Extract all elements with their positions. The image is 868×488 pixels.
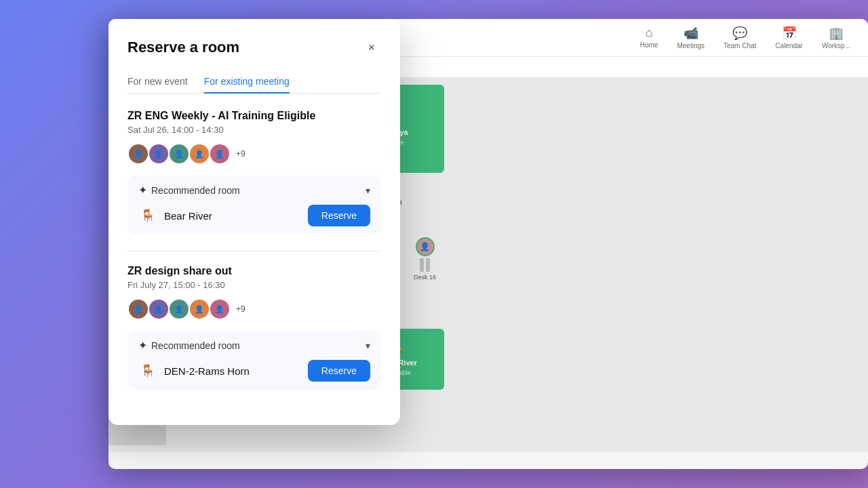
avatar-count-2: +9	[236, 304, 245, 314]
room-chair-icon-1: 🪑	[138, 206, 157, 225]
meeting-2-time: Fri July 27, 15:00 - 16:30	[127, 280, 381, 290]
meeting-2-title: ZR design share out	[127, 265, 381, 277]
nav-meetings[interactable]: 📹 Meetings	[667, 23, 714, 52]
meetings-icon: 📹	[684, 26, 698, 41]
recommended-section-1: ✦ Recommended room ▾ 🪑 Bear River Reserv…	[127, 176, 381, 235]
room-row-1: 🪑 Bear River Reserve	[138, 205, 370, 226]
avatar-2-3: 👤	[168, 298, 190, 320]
nav-teamchat-label: Team Chat	[724, 42, 756, 49]
room-row-2: 🪑 DEN-2-Rams Horn Reserve	[138, 360, 370, 382]
reserve-button-1[interactable]: Reserve	[308, 205, 370, 226]
meeting-1-avatars: 👤 👤 👤 👤 👤 +9	[127, 143, 381, 165]
avatar-2-5: 👤	[209, 298, 231, 320]
chevron-down-icon-2[interactable]: ▾	[366, 340, 370, 351]
desk-16-item: 👤 Desk 16	[414, 237, 436, 281]
chevron-down-icon-1[interactable]: ▾	[366, 185, 370, 196]
calendar-icon: 📅	[782, 26, 797, 41]
nav-calendar[interactable]: 📅 Calendar	[766, 23, 812, 52]
avatar-2-4: 👤	[189, 298, 210, 320]
reserve-button-2[interactable]: Reserve	[308, 360, 370, 382]
desk-16-label: Desk 16	[414, 274, 436, 281]
nav-calendar-label: Calendar	[775, 42, 803, 49]
sparkle-icon-1: ✦	[138, 184, 147, 197]
recommended-text-1: Recommended room	[151, 185, 240, 196]
meeting-1-title: ZR ENG Weekly - AI Training Eligible	[127, 110, 381, 122]
nav-home-label: Home	[640, 41, 658, 49]
workspaces-icon: 🏢	[829, 26, 844, 41]
avatar-5: 👤	[209, 143, 231, 165]
avatar-3: 👤	[168, 143, 190, 165]
modal-close-button[interactable]: ×	[362, 38, 381, 57]
desk-16-avatar: 👤	[416, 237, 435, 256]
nav-teamchat[interactable]: 💬 Team Chat	[714, 23, 766, 52]
nav-workspaces[interactable]: 🏢 Worksp...	[812, 23, 860, 52]
nav-meetings-label: Meetings	[677, 42, 705, 49]
recommended-section-2: ✦ Recommended room ▾ 🪑 DEN-2-Rams Horn R…	[127, 331, 381, 390]
room-info-2: 🪑 DEN-2-Rams Horn	[138, 361, 250, 380]
room-info-1: 🪑 Bear River	[138, 206, 212, 225]
avatar-2-1: 👤	[127, 298, 149, 320]
top-nav: ⌂ Home 📹 Meetings 💬 Team Chat 📅 Calendar…	[631, 23, 860, 52]
recommended-text-2: Recommended room	[151, 340, 240, 351]
avatar-count-1: +9	[236, 149, 245, 159]
sparkle-icon-2: ✦	[138, 339, 147, 352]
teamchat-icon: 💬	[732, 26, 747, 41]
recommended-label-1: ✦ Recommended room	[138, 184, 240, 197]
tab-new-event[interactable]: For new event	[127, 70, 188, 94]
recommended-header-1: ✦ Recommended room ▾	[138, 184, 370, 197]
meeting-card-2: ZR design share out Fri July 27, 15:00 -…	[127, 265, 381, 390]
meeting-1-time: Sat Jul 26, 14:00 - 14:30	[127, 125, 381, 135]
meeting-card-1: ZR ENG Weekly - AI Training Eligible Sat…	[127, 110, 381, 235]
recommended-label-2: ✦ Recommended room	[138, 339, 240, 352]
modal-header: Reserve a room ×	[127, 38, 381, 57]
modal-tabs: For new event For existing meeting	[127, 70, 381, 94]
tab-existing-meeting[interactable]: For existing meeting	[204, 70, 290, 94]
nav-home[interactable]: ⌂ Home	[631, 23, 668, 52]
recommended-header-2: ✦ Recommended room ▾	[138, 339, 370, 352]
home-icon: ⌂	[646, 26, 653, 40]
avatar-4: 👤	[189, 143, 210, 165]
avatar-2-2: 👤	[148, 298, 170, 320]
meeting-2-avatars: 👤 👤 👤 👤 👤 +9	[127, 298, 381, 320]
avatar-1: 👤	[127, 143, 149, 165]
modal-title: Reserve a room	[127, 39, 239, 56]
avatar-2: 👤	[148, 143, 170, 165]
divider-1	[127, 251, 381, 251]
room-chair-icon-2: 🪑	[138, 361, 157, 380]
nav-workspaces-label: Worksp...	[822, 42, 850, 49]
room-name-2: DEN-2-Rams Horn	[164, 365, 250, 377]
reserve-room-modal: Reserve a room × For new event For exist…	[108, 19, 400, 425]
room-name-1: Bear River	[164, 210, 212, 222]
